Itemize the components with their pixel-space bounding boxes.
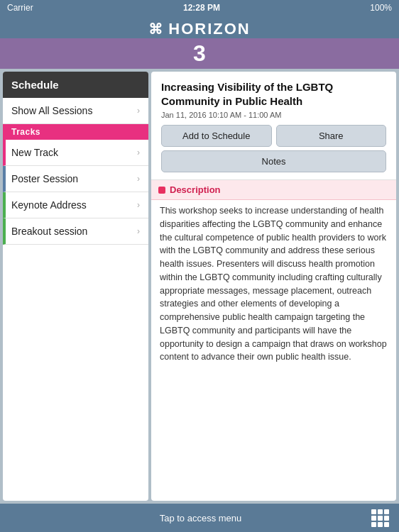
action-buttons-row: Add to Schedule Share [161, 125, 386, 147]
share-button[interactable]: Share [276, 125, 387, 147]
tracks-label-text: Tracks [11, 127, 40, 137]
sidebar-item-poster-session[interactable]: Poster Session › [3, 166, 148, 192]
sidebar: Schedule Show All Sessions › Tracks New … [3, 72, 148, 501]
description-header: Description [151, 180, 396, 200]
grid-dot [371, 509, 376, 514]
description-section: Description This workshop seeks to incre… [151, 180, 396, 501]
grid-dot [378, 522, 383, 527]
detail-title: Increasing Visibility of the LGBTQ Commu… [161, 80, 386, 108]
sidebar-item-keynote[interactable]: Keynote Address › [3, 192, 148, 218]
carrier-label: Carrier [7, 3, 33, 13]
banner-number: 3 [193, 40, 206, 66]
sidebar-item-show-all[interactable]: Show All Sessions › [3, 98, 148, 124]
sidebar-item-new-track[interactable]: New Track › [3, 140, 148, 166]
tap-to-access-label[interactable]: Tap to access menu [30, 513, 371, 523]
notes-button[interactable]: Notes [161, 150, 386, 172]
chevron-icon: › [137, 226, 140, 236]
grid-dot [378, 516, 383, 521]
detail-header: Increasing Visibility of the LGBTQ Commu… [151, 72, 396, 180]
sidebar-header: Schedule [3, 72, 148, 98]
grid-dot [371, 516, 376, 521]
sidebar-item-breakout[interactable]: Breakout session › [3, 218, 148, 245]
chevron-icon: › [137, 174, 140, 184]
show-all-label: Show All Sessions [11, 105, 92, 116]
description-dot-icon [158, 187, 165, 194]
detail-panel: Increasing Visibility of the LGBTQ Commu… [151, 72, 396, 501]
chevron-icon: › [137, 200, 140, 210]
grid-dot [371, 522, 376, 527]
chevron-icon: › [137, 148, 140, 157]
grid-dot [384, 509, 389, 514]
number-banner: 3 [0, 38, 399, 69]
time-label: 12:28 PM [183, 3, 220, 13]
app-header: ⌘ HORIZON [0, 16, 399, 38]
add-to-schedule-button[interactable]: Add to Schedule [161, 125, 272, 147]
bottom-bar: Tap to access menu [0, 504, 399, 532]
grid-dot [378, 509, 383, 514]
app-icon: ⌘ [148, 21, 164, 38]
detail-date: Jan 11, 2016 10:10 AM - 11:00 AM [161, 111, 386, 119]
app-title-text: HORIZON [168, 20, 250, 38]
poster-session-label: Poster Session [11, 173, 78, 184]
grid-icon[interactable] [371, 509, 389, 527]
main-area: Schedule Show All Sessions › Tracks New … [0, 69, 399, 504]
keynote-label: Keynote Address [11, 199, 87, 211]
tracks-label: Tracks [3, 124, 148, 140]
app-title: ⌘ HORIZON [0, 20, 399, 38]
grid-dot [384, 516, 389, 521]
battery-label: 100% [370, 3, 392, 13]
description-text: This workshop seeks to increase understa… [151, 204, 396, 364]
chevron-icon: › [137, 106, 140, 116]
grid-dot [384, 522, 389, 527]
new-track-label: New Track [11, 147, 58, 158]
description-label: Description [170, 184, 221, 195]
breakout-label: Breakout session [11, 226, 87, 237]
sidebar-header-label: Schedule [11, 79, 59, 91]
status-bar: Carrier 12:28 PM 100% [0, 0, 399, 16]
